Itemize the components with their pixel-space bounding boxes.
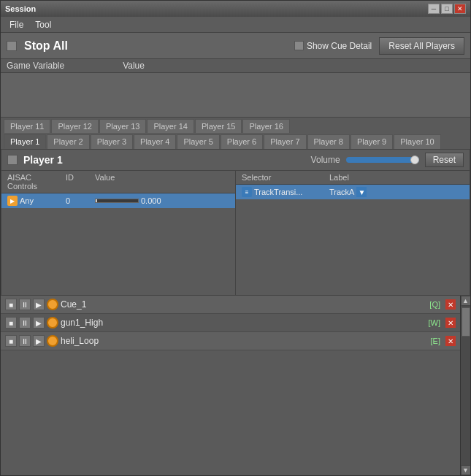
stop-all-label: Stop All (24, 39, 287, 53)
selector-col-header: Selector (239, 172, 326, 183)
aisac-name-cell: ▶ Any (4, 195, 63, 207)
cue-close-btn-2[interactable]: ✕ (445, 336, 456, 346)
game-variable-panel: Game Variable Value (1, 59, 470, 118)
volume-slider-thumb (410, 156, 419, 164)
tab-player1[interactable]: Player 1 (4, 134, 46, 149)
cue-stop-btn-2[interactable]: ■ (5, 335, 17, 347)
tab-player12[interactable]: Player 12 (51, 119, 98, 133)
cue-item-1[interactable]: ■ ⏸ ▶ gun1_High [W] ✕ (1, 314, 460, 332)
player-title: Player 1 (23, 154, 305, 166)
aisac-icon: ▶ (7, 196, 18, 206)
cue-pause-btn-2[interactable]: ⏸ (19, 335, 31, 347)
aisac-col-header: AISAC Controls (4, 172, 63, 191)
selector-dropdown-arrow[interactable]: ▼ (356, 187, 367, 197)
tab-player6[interactable]: Player 6 (221, 134, 263, 149)
selector-row[interactable]: ≡ TrackTransi... TrackA ▼ (236, 185, 470, 199)
cue-icon-2 (47, 335, 58, 347)
cue-close-btn-0[interactable]: ✕ (445, 299, 456, 310)
controls-table: AISAC Controls ID Value ▶ Any 0 0.000 (1, 171, 470, 295)
tab-player2[interactable]: Player 2 (47, 134, 89, 149)
tab-player10[interactable]: Player 10 (394, 134, 440, 149)
selector-label-cell: TrackA ▼ (326, 186, 467, 198)
tab-player11[interactable]: Player 11 (4, 119, 50, 133)
title-bar: Session ─ □ ✕ (1, 1, 470, 17)
selector-panel: Selector Label ≡ TrackTransi... TrackA ▼ (236, 171, 470, 295)
scroll-track (461, 306, 470, 465)
cue-stop-btn-1[interactable]: ■ (5, 317, 17, 329)
game-variable-header: Game Variable Value (1, 59, 470, 73)
bottom-area: ■ ⏸ ▶ Cue_1 [Q] ✕ ■ ⏸ ▶ gun1_High [W] ✕ … (1, 296, 470, 475)
player-tabs-bottom: Player 1 Player 2 Player 3 Player 4 Play… (1, 133, 470, 149)
menu-file[interactable]: File (4, 18, 29, 31)
cue-play-btn-1[interactable]: ▶ (33, 317, 45, 329)
minimize-button[interactable]: ─ (428, 4, 440, 14)
cue-key-2: [E] (428, 337, 443, 345)
tab-player4[interactable]: Player 4 (134, 134, 176, 149)
maximize-button[interactable]: □ (441, 4, 453, 14)
cue-play-btn-0[interactable]: ▶ (33, 299, 45, 310)
volume-slider[interactable] (346, 157, 419, 163)
cue-name-2: heli_Loop (61, 336, 426, 346)
cue-play-btn-2[interactable]: ▶ (33, 335, 45, 347)
cue-list-area: ■ ⏸ ▶ Cue_1 [Q] ✕ ■ ⏸ ▶ gun1_High [W] ✕ … (1, 296, 460, 475)
player-tabs-top: Player 11 Player 12 Player 13 Player 14 … (1, 118, 470, 133)
label-col-header: Label (326, 172, 467, 183)
cue-close-btn-1[interactable]: ✕ (445, 318, 456, 328)
menu-tool[interactable]: Tool (29, 18, 57, 31)
cue-pause-btn-1[interactable]: ⏸ (19, 317, 31, 329)
close-button[interactable]: ✕ (454, 4, 466, 14)
cue-pause-btn-0[interactable]: ⏸ (19, 299, 31, 310)
player-section: Player 1 Volume Reset AISAC Controls ID … (1, 149, 470, 296)
tab-player15[interactable]: Player 15 (195, 119, 242, 133)
title-bar-controls: ─ □ ✕ (428, 4, 466, 14)
tab-player13[interactable]: Player 13 (99, 119, 146, 133)
id-col-header: ID (63, 172, 92, 191)
cue-icon-1 (47, 317, 58, 329)
scroll-up-arrow[interactable]: ▲ (461, 296, 471, 306)
stop-all-checkbox[interactable] (7, 41, 17, 51)
cue-key-0: [Q] (426, 300, 443, 309)
player-header: Player 1 Volume Reset (1, 150, 470, 171)
aisac-slider-fill (96, 199, 97, 202)
tab-player5[interactable]: Player 5 (177, 134, 219, 149)
cue-item-2[interactable]: ■ ⏸ ▶ heli_Loop [E] ✕ (1, 332, 460, 350)
volume-label: Volume (311, 155, 340, 165)
player-checkbox[interactable] (7, 155, 18, 165)
empty-cue-area (1, 350, 460, 475)
cue-icon-0 (47, 299, 58, 310)
gv-col-name: Game Variable (7, 61, 64, 71)
aisac-value-slider[interactable] (95, 199, 139, 203)
aisac-row[interactable]: ▶ Any 0 0.000 (1, 193, 235, 208)
tab-player8[interactable]: Player 8 (307, 134, 350, 149)
show-cue-detail-label: Show Cue Detail (307, 41, 372, 51)
cue-name-1: gun1_High (61, 318, 424, 328)
selector-table-header: Selector Label (236, 171, 470, 185)
scroll-thumb[interactable] (462, 307, 470, 337)
aisac-table-header: AISAC Controls ID Value (1, 171, 235, 193)
show-cue-detail-group: Show Cue Detail (294, 41, 372, 51)
cue-item-0[interactable]: ■ ⏸ ▶ Cue_1 [Q] ✕ (1, 296, 460, 314)
tab-player16[interactable]: Player 16 (242, 119, 289, 133)
selector-name-cell: ≡ TrackTransi... (239, 186, 326, 198)
tab-player7[interactable]: Player 7 (264, 134, 306, 149)
show-cue-detail-checkbox[interactable] (294, 41, 304, 50)
value-col-header: Value (92, 172, 232, 191)
reset-all-players-button[interactable]: Reset All Players (379, 37, 464, 55)
tab-player9[interactable]: Player 9 (351, 134, 393, 149)
scroll-down-arrow[interactable]: ▼ (461, 465, 471, 475)
selector-icon: ≡ (242, 187, 252, 197)
player-reset-button[interactable]: Reset (425, 153, 464, 167)
tab-player3[interactable]: Player 3 (91, 134, 133, 149)
aisac-id-cell: 0 (63, 196, 92, 206)
toolbar: Stop All Show Cue Detail Reset All Playe… (1, 33, 470, 59)
cue-name-0: Cue_1 (61, 299, 424, 310)
cue-stop-btn-0[interactable]: ■ (5, 299, 17, 310)
main-window: Session ─ □ ✕ File Tool Stop All Show Cu… (0, 0, 471, 476)
gv-col-value: Value (123, 61, 145, 71)
aisac-panel: AISAC Controls ID Value ▶ Any 0 0.000 (1, 171, 236, 295)
aisac-value-cell: 0.000 (92, 196, 232, 206)
menu-bar: File Tool (1, 17, 470, 33)
cue-key-1: [W] (426, 318, 444, 327)
vertical-scrollbar: ▲ ▼ (460, 296, 470, 475)
tab-player14[interactable]: Player 14 (147, 119, 194, 133)
